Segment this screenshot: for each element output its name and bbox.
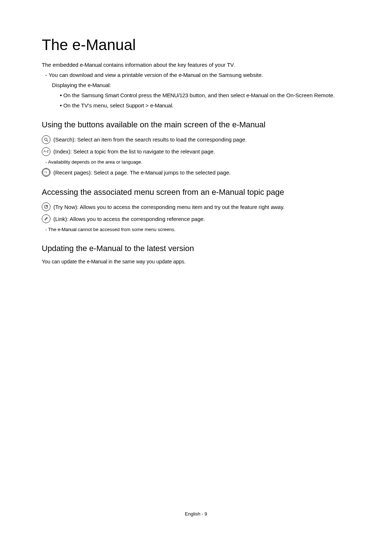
search-line: (Search): Select an item from the search… [42, 135, 350, 144]
svg-point-3 [45, 219, 46, 221]
intro-dash-1: You can download and view a printable ve… [45, 71, 350, 79]
page-title: The e-Manual [42, 36, 350, 54]
recent-line: (Recent pages): Select a page. The e-Man… [42, 168, 350, 177]
recent-pages-icon [42, 168, 50, 177]
section3-heading: Updating the e-Manual to the latest vers… [42, 244, 350, 253]
link-line: (Link): Allows you to access the corresp… [42, 214, 350, 224]
page-footer: English - 9 [0, 511, 392, 517]
svg-point-4 [46, 217, 48, 219]
index-line: A-Z (Index): Select a topic from the lis… [42, 147, 350, 156]
trynow-line: (Try Now): Allows you to access the corr… [42, 202, 350, 212]
section2-note: The e-Manual cannot be accessed from som… [45, 226, 350, 234]
search-icon [42, 135, 50, 144]
svg-line-1 [47, 140, 48, 141]
section1-heading: Using the buttons available on the main … [42, 120, 350, 130]
section1-note: Availability depends on the area or lang… [45, 159, 350, 166]
section2-heading: Accessing the associated menu screen fro… [42, 188, 350, 197]
intro-bullet-2: On the TV's menu, select Support > e-Man… [60, 101, 350, 110]
intro-line: The embedded e-Manual contains informati… [42, 61, 350, 69]
index-icon: A-Z [42, 147, 50, 156]
intro-indent-1: Displaying the e-Manual: [52, 81, 350, 90]
section3-text: You can update the e-Manual in the same … [42, 258, 350, 266]
try-now-icon [42, 202, 50, 211]
svg-point-0 [45, 138, 47, 140]
intro-bullet-1: On the Samsung Smart Control press the M… [60, 91, 350, 100]
link-icon [42, 214, 50, 223]
